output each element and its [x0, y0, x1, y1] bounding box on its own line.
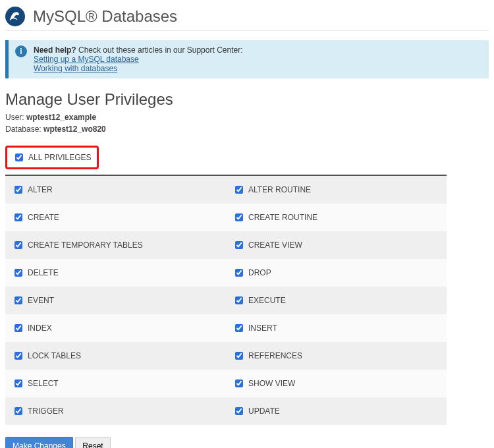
- privilege-checkbox[interactable]: [235, 213, 243, 221]
- privilege-row: SELECTSHOW VIEW: [5, 370, 447, 397]
- privilege-cell[interactable]: UPDATE: [226, 397, 447, 425]
- privilege-checkbox[interactable]: [14, 296, 22, 304]
- privilege-label: CREATE: [28, 213, 59, 222]
- privilege-label: SHOW VIEW: [248, 379, 295, 388]
- user-label: User:: [5, 113, 26, 122]
- privilege-cell[interactable]: CREATE: [5, 204, 226, 231]
- privilege-cell[interactable]: EXECUTE: [226, 287, 447, 314]
- user-value: wptest12_example: [26, 113, 96, 122]
- privilege-label: SELECT: [28, 379, 59, 388]
- reset-button[interactable]: Reset: [75, 437, 110, 448]
- privilege-checkbox[interactable]: [14, 213, 22, 221]
- privilege-row: CREATECREATE ROUTINE: [5, 204, 447, 231]
- privilege-row: EVENTEXECUTE: [5, 287, 447, 314]
- privilege-row: CREATE TEMPORARY TABLESCREATE VIEW: [5, 231, 447, 259]
- privilege-label: UPDATE: [248, 406, 280, 416]
- privilege-cell[interactable]: CREATE VIEW: [226, 231, 447, 259]
- mysql-icon: [5, 7, 25, 26]
- privilege-cell[interactable]: ALTER: [5, 176, 226, 204]
- privilege-label: CREATE ROUTINE: [248, 213, 317, 222]
- privilege-cell[interactable]: INSERT: [226, 314, 447, 342]
- database-label: Database:: [5, 125, 43, 134]
- database-line: Database: wptest12_wo820: [5, 125, 489, 134]
- privilege-checkbox[interactable]: [235, 186, 243, 194]
- privilege-checkbox[interactable]: [235, 379, 243, 387]
- privilege-label: TRIGGER: [28, 406, 64, 416]
- privilege-checkbox[interactable]: [14, 269, 22, 277]
- all-privileges-row[interactable]: ALL PRIVILEGES: [13, 152, 92, 163]
- privilege-label: DROP: [248, 268, 271, 277]
- privilege-cell[interactable]: TRIGGER: [5, 397, 226, 425]
- privilege-cell[interactable]: INDEX: [5, 314, 226, 342]
- privilege-cell[interactable]: EVENT: [5, 287, 226, 314]
- privilege-label: EXECUTE: [248, 296, 286, 305]
- user-line: User: wptest12_example: [5, 113, 489, 122]
- privilege-label: EVENT: [28, 296, 54, 305]
- database-value: wptest12_wo820: [43, 125, 106, 134]
- form-actions: Make Changes Reset: [5, 437, 489, 448]
- privilege-checkbox[interactable]: [14, 379, 22, 387]
- privilege-cell[interactable]: CREATE TEMPORARY TABLES: [5, 231, 226, 259]
- help-link-setup[interactable]: Setting up a MySQL database: [34, 55, 139, 64]
- privilege-label: REFERENCES: [248, 351, 302, 360]
- privilege-checkbox[interactable]: [14, 324, 22, 332]
- privilege-row: ALTERALTER ROUTINE: [5, 176, 447, 204]
- privilege-checkbox[interactable]: [235, 269, 243, 277]
- privileges-table: ALTERALTER ROUTINECREATECREATE ROUTINECR…: [5, 175, 447, 425]
- notice-lead: Need help?: [34, 45, 76, 55]
- privilege-label: CREATE VIEW: [248, 240, 302, 250]
- privilege-label: ALTER: [28, 185, 53, 194]
- privilege-label: INDEX: [28, 323, 52, 333]
- privilege-label: CREATE TEMPORARY TABLES: [28, 240, 143, 250]
- privilege-cell[interactable]: REFERENCES: [226, 342, 447, 370]
- privilege-checkbox[interactable]: [235, 324, 243, 332]
- privilege-cell[interactable]: DROP: [226, 259, 447, 287]
- all-privileges-checkbox[interactable]: [15, 154, 23, 161]
- help-link-working[interactable]: Working with databases: [34, 64, 117, 73]
- privilege-label: ALTER ROUTINE: [248, 185, 311, 194]
- notice-text: Check out these articles in our Support …: [76, 45, 243, 55]
- privilege-cell[interactable]: LOCK TABLES: [5, 342, 226, 370]
- notice-body: Need help? Check out these articles in o…: [34, 45, 242, 73]
- privilege-cell[interactable]: SELECT: [5, 370, 226, 397]
- privilege-cell[interactable]: ALTER ROUTINE: [226, 176, 447, 204]
- info-icon: i: [15, 45, 27, 57]
- privilege-checkbox[interactable]: [235, 352, 243, 360]
- privilege-row: LOCK TABLESREFERENCES: [5, 342, 447, 370]
- help-notice: i Need help? Check out these articles in…: [5, 40, 489, 78]
- privilege-checkbox[interactable]: [235, 296, 243, 304]
- privilege-label: INSERT: [248, 323, 277, 333]
- page-header: MySQL® Databases: [5, 5, 489, 31]
- privilege-cell[interactable]: SHOW VIEW: [226, 370, 447, 397]
- privilege-checkbox[interactable]: [14, 186, 22, 194]
- privilege-cell[interactable]: CREATE ROUTINE: [226, 204, 447, 231]
- make-changes-button[interactable]: Make Changes: [5, 437, 73, 448]
- privilege-label: LOCK TABLES: [28, 351, 81, 360]
- privilege-label: DELETE: [28, 268, 59, 277]
- privilege-checkbox[interactable]: [14, 352, 22, 360]
- all-privileges-highlight: ALL PRIVILEGES: [5, 146, 99, 169]
- page-title: MySQL® Databases: [33, 7, 177, 26]
- section-title: Manage User Privileges: [5, 90, 489, 109]
- privilege-checkbox[interactable]: [14, 241, 22, 249]
- all-privileges-label: ALL PRIVILEGES: [28, 153, 92, 162]
- privilege-checkbox[interactable]: [14, 407, 22, 415]
- privilege-row: INDEXINSERT: [5, 314, 447, 342]
- privilege-checkbox[interactable]: [235, 241, 243, 249]
- privilege-cell[interactable]: DELETE: [5, 259, 226, 287]
- privilege-row: DELETEDROP: [5, 259, 447, 287]
- privilege-checkbox[interactable]: [235, 407, 243, 415]
- privilege-row: TRIGGERUPDATE: [5, 397, 447, 425]
